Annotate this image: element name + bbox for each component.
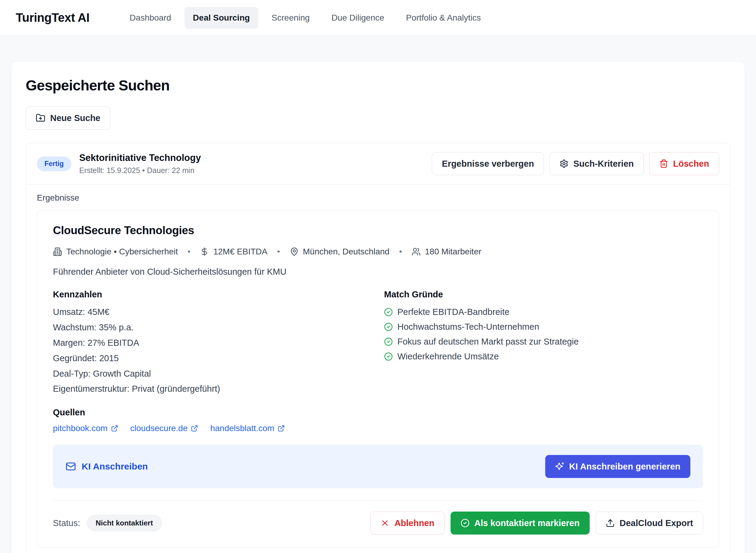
generate-outreach-label: KI Anschreiben generieren [569, 462, 680, 471]
match-item: Perfekte EBITDA-Bandbreite [384, 307, 703, 317]
hide-results-label: Ergebnisse verbergen [442, 159, 534, 168]
kpi-item: Wachstum: 35% p.a. [53, 322, 372, 333]
match-item: Hochwachstums-Tech-Unternehmen [384, 322, 703, 332]
folder-plus-icon [36, 113, 46, 123]
results-section: Ergebnisse CloudSecure Technologies Tech… [26, 184, 730, 553]
match-list: Perfekte EBITDA-Bandbreite Hochwachstums… [384, 307, 703, 362]
check-circle-icon [384, 308, 393, 316]
sparkles-icon [555, 462, 564, 471]
match-title: Match Gründe [384, 290, 703, 300]
check-circle-icon [384, 322, 393, 331]
new-search-label: Neue Suche [50, 114, 100, 123]
new-search-button[interactable]: Neue Suche [26, 106, 110, 130]
kpi-item: Deal-Typ: Growth Capital [53, 369, 372, 379]
generate-outreach-button[interactable]: KI Anschreiben generieren [545, 455, 690, 478]
external-link-icon [191, 425, 198, 432]
company-sector: Technologie • Cybersicherheit [53, 247, 178, 257]
search-criteria-label: Such-Kriterien [573, 159, 634, 168]
check-circle-icon [384, 337, 393, 346]
match-item-text: Fokus auf deutschen Markt passt zur Stra… [397, 336, 579, 347]
contact-status-badge: Nicht kontaktiert [87, 515, 162, 531]
trash-icon [659, 159, 668, 168]
kpi-column: Kennzahlen Umsatz: 45M€ Wachstum: 35% p.… [53, 290, 372, 394]
match-item-text: Perfekte EBITDA-Bandbreite [397, 307, 510, 317]
results-label: Ergebnisse [37, 193, 719, 203]
check-circle-icon [460, 519, 470, 528]
delete-search-button[interactable]: Löschen [649, 152, 719, 175]
dollar-icon [200, 247, 209, 256]
match-item: Wiederkehrende Umsätze [384, 351, 703, 362]
gear-icon [560, 159, 569, 168]
kpi-item: Umsatz: 45M€ [53, 307, 372, 317]
source-link-pitchbook[interactable]: pitchbook.com [53, 423, 118, 433]
company-ebitda: 12M€ EBITDA [200, 247, 267, 257]
match-item: Fokus auf deutschen Markt passt zur Stra… [384, 336, 703, 347]
hide-results-button[interactable]: Ergebnisse verbergen [432, 152, 544, 175]
match-item-text: Hochwachstums-Tech-Unternehmen [397, 322, 539, 332]
reject-label: Ablehnen [394, 519, 434, 528]
nav-item-due-diligence[interactable]: Due Diligence [323, 7, 393, 29]
source-link-text: pitchbook.com [53, 423, 108, 433]
company-status-actions: Ablehnen Als kontaktiert markieren [370, 511, 703, 535]
ai-outreach-label-group: KI Anschreiben [66, 461, 148, 472]
nav-item-portfolio-analytics[interactable]: Portfolio & Analytics [398, 7, 489, 29]
saved-search-header: Fertig Sektorinitiative Technology Erste… [26, 143, 730, 184]
company-employees: 180 Mitarbeiter [412, 247, 482, 257]
company-name: CloudSecure Technologies [53, 224, 703, 237]
upload-icon [606, 519, 615, 528]
nav-item-screening[interactable]: Screening [263, 7, 318, 29]
meta-separator: • [187, 247, 190, 256]
status-label: Status: [53, 518, 80, 528]
company-ebitda-text: 12M€ EBITDA [213, 247, 267, 257]
source-link-cloudsecure[interactable]: cloudsecure.de [130, 423, 198, 433]
page-body: Gespeicherte Suchen Neue Suche Fertig Se… [0, 36, 756, 553]
x-icon [381, 519, 390, 528]
main-nav: Dashboard Deal Sourcing Screening Due Di… [121, 7, 489, 29]
delete-search-label: Löschen [673, 159, 709, 168]
company-employees-text: 180 Mitarbeiter [425, 247, 482, 257]
company-status-row: Status: Nicht kontaktiert Ablehnen [53, 500, 703, 535]
ai-outreach-panel: KI Anschreiben KI Anschreiben generieren [53, 445, 703, 488]
page-title: Gespeicherte Suchen [26, 77, 730, 94]
meta-separator: • [277, 247, 280, 256]
company-location: München, Deutschland [290, 247, 390, 257]
match-item-text: Wiederkehrende Umsätze [397, 351, 499, 362]
source-link-text: cloudsecure.de [130, 423, 188, 433]
saved-searches-panel: Gespeicherte Suchen Neue Suche Fertig Se… [11, 61, 745, 553]
map-pin-icon [290, 247, 299, 256]
sources-title: Quellen [53, 407, 703, 417]
kpi-item: Eigentümerstruktur: Privat (gründergefüh… [53, 384, 372, 394]
search-criteria-button[interactable]: Such-Kriterien [550, 152, 644, 175]
saved-search-titles: Sektorinitiative Technology Erstellt: 15… [79, 152, 201, 175]
external-link-icon [111, 425, 118, 432]
sources-links: pitchbook.com cloudsecure.de handelsblat… [53, 423, 703, 433]
saved-search-meta: Erstellt: 15.9.2025 • Dauer: 22 min [79, 166, 201, 175]
dealcloud-export-button[interactable]: DealCloud Export [596, 511, 703, 535]
external-link-icon [278, 425, 285, 432]
company-result-card: CloudSecure Technologies Technologie • C… [37, 211, 719, 548]
status-badge: Fertig [37, 156, 71, 171]
mark-contacted-button[interactable]: Als kontaktiert markieren [450, 511, 590, 535]
top-navigation-bar: TuringText AI Dashboard Deal Sourcing Sc… [0, 0, 756, 36]
source-link-text: handelsblatt.com [210, 423, 274, 433]
mail-icon [66, 461, 76, 472]
kpi-list: Umsatz: 45M€ Wachstum: 35% p.a. Margen: … [53, 307, 372, 394]
company-detail-grid: Kennzahlen Umsatz: 45M€ Wachstum: 35% p.… [53, 290, 703, 394]
company-sector-text: Technologie • Cybersicherheit [66, 247, 178, 257]
app-logo: TuringText AI [16, 11, 89, 24]
saved-search-actions: Ergebnisse verbergen Such-Kriterien Lösc… [432, 152, 719, 175]
saved-search-card: Fertig Sektorinitiative Technology Erste… [26, 143, 730, 553]
mark-contacted-label: Als kontaktiert markieren [475, 519, 580, 528]
reject-button[interactable]: Ablehnen [370, 511, 444, 535]
source-link-handelsblatt[interactable]: handelsblatt.com [210, 423, 285, 433]
ai-outreach-label: KI Anschreiben [82, 461, 148, 472]
saved-search-title: Sektorinitiative Technology [79, 152, 201, 163]
kpi-item: Margen: 27% EBITDA [53, 338, 372, 348]
meta-separator: • [399, 247, 402, 256]
company-meta-row: Technologie • Cybersicherheit • 12M€ EBI… [53, 247, 703, 257]
kpi-item: Gegründet: 2015 [53, 353, 372, 364]
nav-item-dashboard[interactable]: Dashboard [121, 7, 180, 29]
users-icon [412, 247, 421, 256]
match-column: Match Gründe Perfekte EBITDA-Bandbreite … [384, 290, 703, 394]
nav-item-deal-sourcing[interactable]: Deal Sourcing [184, 7, 258, 29]
